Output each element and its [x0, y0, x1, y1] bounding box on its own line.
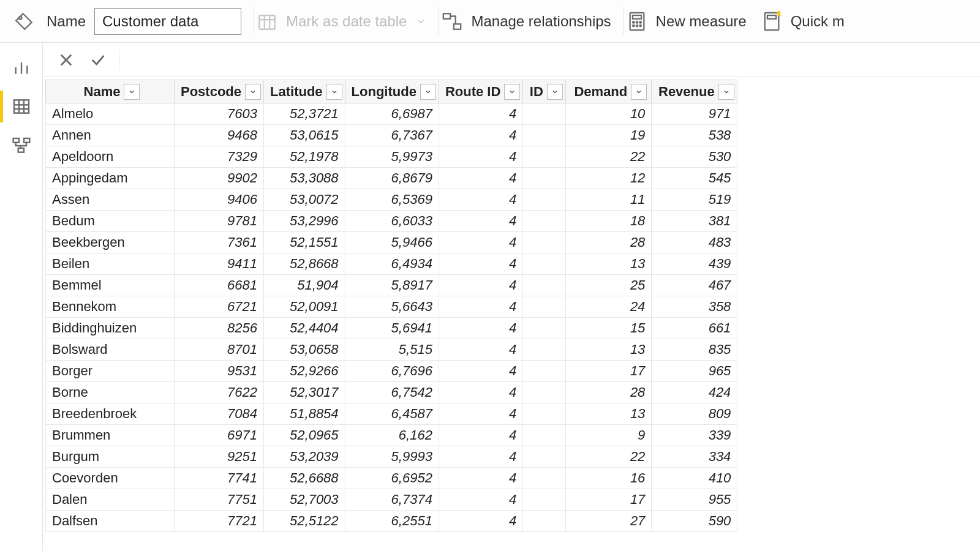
table-row[interactable]: Bemmel668151,9045,8917425467 — [46, 275, 737, 296]
column-header[interactable]: Route ID — [439, 80, 522, 103]
table-cell[interactable]: 22 — [566, 146, 652, 168]
table-cell[interactable]: 439 — [652, 253, 737, 275]
table-cell[interactable]: Borne — [46, 382, 175, 403]
table-cell[interactable]: 53,0658 — [264, 339, 345, 361]
table-row[interactable]: Biddinghuizen825652,44045,6941415661 — [46, 318, 737, 339]
table-cell[interactable] — [523, 403, 566, 425]
table-cell[interactable]: 19 — [566, 125, 652, 146]
table-cell[interactable]: 11 — [566, 189, 652, 211]
table-cell[interactable] — [523, 253, 566, 275]
column-filter-button[interactable] — [504, 84, 520, 100]
formula-input[interactable] — [126, 49, 980, 71]
table-cell[interactable]: 52,5122 — [264, 511, 345, 532]
table-cell[interactable]: 7622 — [175, 382, 264, 403]
table-cell[interactable]: Dalfsen — [46, 511, 175, 532]
table-cell[interactable]: 4 — [439, 403, 522, 425]
table-cell[interactable]: Breedenbroek — [46, 403, 175, 425]
report-view-button[interactable] — [0, 48, 43, 87]
table-row[interactable]: Brummen697152,09656,16249339 — [46, 425, 737, 446]
table-cell[interactable]: 18 — [566, 211, 652, 232]
table-cell[interactable]: Beilen — [46, 253, 175, 275]
formula-commit-button[interactable] — [83, 48, 113, 72]
table-cell[interactable]: 22 — [566, 446, 652, 468]
column-header[interactable]: Postcode — [175, 80, 264, 103]
column-filter-button[interactable] — [547, 84, 563, 100]
table-cell[interactable]: 6971 — [175, 425, 264, 446]
table-name-input[interactable] — [94, 8, 241, 35]
table-cell[interactable]: 7751 — [175, 489, 264, 511]
table-cell[interactable]: 424 — [652, 382, 737, 403]
table-cell[interactable]: 16 — [566, 468, 652, 489]
table-row[interactable]: Dalen775152,70036,7374417955 — [46, 489, 737, 511]
table-cell[interactable]: 6721 — [175, 296, 264, 318]
column-filter-button[interactable] — [718, 84, 734, 100]
new-measure-button[interactable]: New measure — [624, 0, 759, 42]
table-cell[interactable]: 13 — [566, 403, 652, 425]
table-cell[interactable]: 51,904 — [264, 275, 345, 296]
table-cell[interactable]: 6,7696 — [345, 361, 439, 382]
table-cell[interactable]: 9902 — [175, 168, 264, 189]
table-cell[interactable] — [523, 211, 566, 232]
table-cell[interactable]: 24 — [566, 296, 652, 318]
table-cell[interactable]: 4 — [439, 468, 522, 489]
table-cell[interactable] — [523, 318, 566, 339]
table-cell[interactable]: 13 — [566, 253, 652, 275]
column-header[interactable]: ID — [523, 80, 566, 103]
column-filter-button[interactable] — [326, 84, 342, 100]
table-cell[interactable]: 17 — [566, 361, 652, 382]
table-cell[interactable] — [523, 446, 566, 468]
table-row[interactable]: Borger953152,92666,7696417965 — [46, 361, 737, 382]
table-cell[interactable]: 467 — [652, 275, 737, 296]
table-cell[interactable] — [523, 275, 566, 296]
table-row[interactable]: Apeldoorn732952,19785,9973422530 — [46, 146, 737, 168]
table-cell[interactable] — [523, 296, 566, 318]
table-cell[interactable]: 6,7542 — [345, 382, 439, 403]
table-cell[interactable]: 53,2996 — [264, 211, 345, 232]
table-cell[interactable]: 4 — [439, 425, 522, 446]
column-filter-button[interactable] — [631, 84, 647, 100]
table-cell[interactable]: 9531 — [175, 361, 264, 382]
table-cell[interactable]: 4 — [439, 146, 522, 168]
table-cell[interactable]: 4 — [439, 253, 522, 275]
table-cell[interactable]: 4 — [439, 103, 522, 125]
formula-cancel-button[interactable] — [51, 48, 81, 72]
table-cell[interactable]: Bolsward — [46, 339, 175, 361]
table-row[interactable]: Breedenbroek708451,88546,4587413809 — [46, 403, 737, 425]
table-cell[interactable]: 590 — [652, 511, 737, 532]
table-cell[interactable]: 52,1551 — [264, 232, 345, 253]
table-cell[interactable]: 5,6643 — [345, 296, 439, 318]
table-cell[interactable]: 53,0072 — [264, 189, 345, 211]
table-cell[interactable]: Assen — [46, 189, 175, 211]
table-row[interactable]: Bolsward870153,06585,515413835 — [46, 339, 737, 361]
table-cell[interactable]: 9411 — [175, 253, 264, 275]
table-cell[interactable]: 4 — [439, 382, 522, 403]
table-row[interactable]: Beilen941152,86686,4934413439 — [46, 253, 737, 275]
table-cell[interactable]: Almelo — [46, 103, 175, 125]
table-cell[interactable]: 9251 — [175, 446, 264, 468]
table-cell[interactable] — [523, 361, 566, 382]
table-cell[interactable]: 410 — [652, 468, 737, 489]
table-cell[interactable] — [523, 189, 566, 211]
table-cell[interactable]: 538 — [652, 125, 737, 146]
table-cell[interactable]: 334 — [652, 446, 737, 468]
table-cell[interactable]: 28 — [566, 232, 652, 253]
table-cell[interactable]: 835 — [652, 339, 737, 361]
table-cell[interactable]: 6,4934 — [345, 253, 439, 275]
table-cell[interactable]: 52,6688 — [264, 468, 345, 489]
table-cell[interactable]: 53,2039 — [264, 446, 345, 468]
column-header[interactable]: Revenue — [652, 80, 737, 103]
table-cell[interactable]: 4 — [439, 125, 522, 146]
table-cell[interactable]: 4 — [439, 361, 522, 382]
table-cell[interactable] — [523, 511, 566, 532]
table-cell[interactable] — [523, 125, 566, 146]
table-cell[interactable]: 971 — [652, 103, 737, 125]
table-cell[interactable]: 52,8668 — [264, 253, 345, 275]
table-cell[interactable]: Bemmel — [46, 275, 175, 296]
table-cell[interactable]: 9468 — [175, 125, 264, 146]
table-cell[interactable] — [523, 168, 566, 189]
table-cell[interactable] — [523, 425, 566, 446]
table-cell[interactable]: 4 — [439, 339, 522, 361]
table-cell[interactable]: 52,7003 — [264, 489, 345, 511]
table-cell[interactable]: 545 — [652, 168, 737, 189]
table-cell[interactable]: 4 — [439, 296, 522, 318]
